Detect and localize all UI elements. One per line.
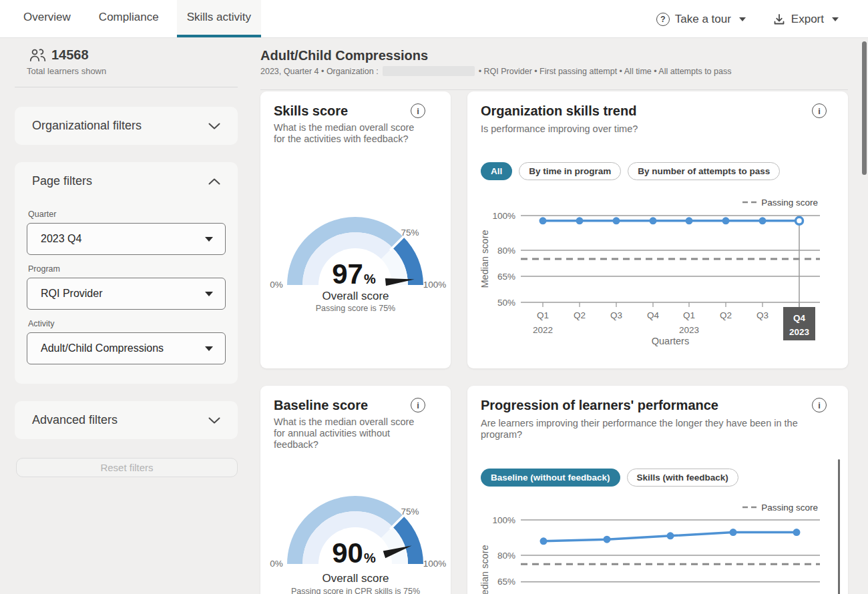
svg-text:65%: 65% bbox=[497, 577, 515, 587]
chevron-down-icon bbox=[208, 123, 220, 129]
svg-text:100%: 100% bbox=[423, 559, 447, 569]
quarter-select-value: 2023 Q4 bbox=[41, 233, 81, 245]
pill-baseline-without-feedback[interactable]: Baseline (without feedback) bbox=[481, 469, 620, 487]
org-trend-title: Organization skills trend bbox=[481, 103, 636, 119]
baseline-score-gauge-chart: 0%75%100%90% bbox=[260, 495, 451, 571]
pill-by-time-in-program[interactable]: By time in program bbox=[519, 162, 621, 180]
info-icon[interactable]: i bbox=[411, 103, 425, 118]
activity-filter-label: Activity bbox=[28, 319, 226, 328]
activity-select-value: Adult/Child Compressions bbox=[41, 342, 164, 354]
baseline-score-description: What is the median overall score for ann… bbox=[274, 416, 419, 451]
info-icon[interactable]: i bbox=[411, 398, 425, 412]
progression-title: Progression of learners' performance bbox=[481, 398, 718, 413]
quarter-filter-label: Quarter bbox=[28, 210, 226, 219]
header-divider bbox=[260, 89, 848, 90]
question-circle-icon: ? bbox=[656, 13, 670, 26]
advanced-filters-title: Advanced filters bbox=[32, 413, 118, 427]
export-button[interactable]: Export bbox=[773, 13, 839, 26]
progression-filter-pills: Baseline (without feedback) Skills (with… bbox=[481, 469, 738, 487]
learners-count-value: 14568 bbox=[51, 47, 89, 63]
svg-text:Q3: Q3 bbox=[610, 310, 622, 320]
gauge-caption: Overall score bbox=[260, 572, 451, 585]
svg-text:Quarters: Quarters bbox=[652, 336, 689, 346]
caret-down-icon bbox=[205, 292, 213, 296]
pill-all[interactable]: All bbox=[481, 162, 512, 180]
page-filters-title: Page filters bbox=[32, 174, 92, 188]
users-icon bbox=[29, 48, 46, 63]
pill-skills-with-feedback[interactable]: Skills (with feedback) bbox=[627, 469, 738, 487]
page-filters-card: Page filters Quarter 2023 Q4 Program RQI… bbox=[15, 162, 238, 384]
progression-description: Are learners improving their performance… bbox=[481, 418, 818, 440]
skills-score-card: Skills score i What is the median overal… bbox=[260, 91, 451, 368]
nav-tabs: Overview Compliance Skills activity bbox=[13, 0, 269, 37]
org-trend-filter-pills: All By time in program By number of atte… bbox=[481, 162, 780, 180]
svg-text:2022: 2022 bbox=[533, 325, 553, 335]
svg-text:2023: 2023 bbox=[679, 325, 699, 335]
redacted-organization-name bbox=[383, 66, 475, 76]
tab-overview[interactable]: Overview bbox=[13, 0, 81, 37]
learners-caption: Total learners shown bbox=[27, 66, 106, 76]
caret-down-icon bbox=[205, 346, 213, 351]
sidebar-divider bbox=[15, 87, 238, 87]
svg-text:Q3: Q3 bbox=[756, 310, 769, 320]
subtitle-suffix: • RQI Provider • First passing attempt •… bbox=[479, 67, 732, 76]
svg-text:100%: 100% bbox=[492, 211, 515, 221]
svg-text:Q1: Q1 bbox=[537, 310, 549, 320]
activity-select[interactable]: Adult/Child Compressions bbox=[27, 332, 226, 364]
chevron-up-icon bbox=[208, 178, 220, 185]
skills-score-gauge-chart: 0%75%100%97% bbox=[260, 216, 451, 292]
progression-card: Progression of learners' performance i A… bbox=[467, 386, 848, 594]
caret-down-icon bbox=[205, 237, 213, 242]
take-a-tour-button[interactable]: ? Take a tour bbox=[656, 13, 746, 26]
svg-text:Median score: Median score bbox=[479, 545, 490, 594]
svg-text:2023: 2023 bbox=[789, 327, 810, 337]
organizational-filters-toggle[interactable]: Organizational filters bbox=[15, 107, 238, 145]
gauge-caption: Overall score bbox=[260, 290, 451, 303]
total-learners-count: 14568 bbox=[29, 47, 89, 63]
pill-by-number-of-attempts[interactable]: By number of attempts to pass bbox=[628, 162, 780, 180]
svg-text:Q2: Q2 bbox=[720, 310, 732, 320]
gauge-note: Passing score in CPR skills is 75% bbox=[260, 587, 451, 594]
svg-text:Q4: Q4 bbox=[793, 313, 806, 323]
svg-text:Q2: Q2 bbox=[574, 310, 586, 320]
export-label: Export bbox=[791, 13, 824, 26]
program-select[interactable]: RQI Provider bbox=[27, 278, 226, 310]
tab-compliance[interactable]: Compliance bbox=[89, 0, 169, 37]
advanced-filters-card: Advanced filters bbox=[15, 401, 238, 439]
svg-text:100%: 100% bbox=[492, 515, 515, 525]
quarter-select[interactable]: 2023 Q4 bbox=[27, 223, 226, 255]
page-filters-toggle[interactable]: Page filters bbox=[15, 162, 238, 200]
info-icon[interactable]: i bbox=[812, 103, 827, 118]
svg-text:80%: 80% bbox=[497, 551, 515, 561]
svg-text:Median score: Median score bbox=[479, 230, 490, 288]
program-filter-label: Program bbox=[28, 264, 226, 274]
advanced-filters-toggle[interactable]: Advanced filters bbox=[15, 401, 238, 439]
baseline-score-title: Baseline score bbox=[274, 398, 368, 413]
svg-text:0%: 0% bbox=[270, 280, 283, 290]
page-subtitle: 2023, Quarter 4 • Organization : • RQI P… bbox=[260, 66, 731, 76]
svg-text:80%: 80% bbox=[497, 246, 515, 256]
download-icon bbox=[773, 13, 786, 26]
reset-filters-button[interactable]: Reset filters bbox=[16, 458, 238, 477]
org-skills-trend-card: Organization skills trend i Is performan… bbox=[467, 91, 848, 368]
take-a-tour-label: Take a tour bbox=[675, 13, 731, 26]
org-trend-line-chart: 100%80%65%50%Q42023Q1Q2Q3Q4Q1Q2Q32022202… bbox=[467, 194, 848, 354]
subtitle-prefix: 2023, Quarter 4 • Organization : bbox=[260, 67, 379, 76]
svg-text:Q4: Q4 bbox=[647, 310, 660, 320]
page-title: Adult/Child Compressions bbox=[260, 48, 428, 63]
card-scrollbar[interactable] bbox=[838, 459, 840, 594]
svg-text:100%: 100% bbox=[423, 280, 447, 290]
svg-text:75%: 75% bbox=[401, 228, 419, 238]
info-icon[interactable]: i bbox=[812, 398, 827, 412]
svg-text:75%: 75% bbox=[401, 507, 419, 517]
tab-skills-activity[interactable]: Skills activity bbox=[177, 0, 261, 37]
svg-text:65%: 65% bbox=[497, 272, 515, 282]
page-scrollbar[interactable] bbox=[862, 41, 867, 175]
svg-text:Q1: Q1 bbox=[683, 310, 695, 320]
skills-score-title: Skills score bbox=[274, 103, 348, 119]
skills-score-description: What is the median overall score for the… bbox=[274, 122, 419, 145]
chevron-down-icon bbox=[832, 17, 839, 21]
svg-text:50%: 50% bbox=[497, 298, 515, 308]
svg-text:Passing score: Passing score bbox=[761, 503, 818, 513]
baseline-score-card: Baseline score i What is the median over… bbox=[260, 386, 451, 594]
